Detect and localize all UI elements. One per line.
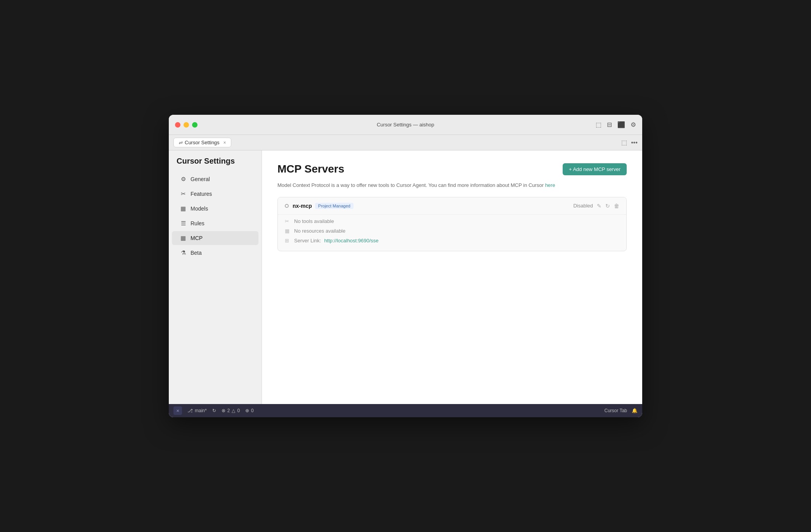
server-card: nx-mcp Project Managed Disabled ✎ ↻ 🗑 ✂ …: [277, 197, 627, 251]
disabled-label: Disabled: [573, 203, 593, 209]
sidebar: Cursor Settings ⚙ General ✂ Features ▦ M…: [169, 150, 262, 404]
resources-row: ▦ No resources available: [285, 226, 619, 236]
refresh-icon[interactable]: ↻: [605, 203, 610, 209]
error-count: 2: [227, 408, 230, 413]
features-icon: ✂: [180, 190, 187, 197]
sidebar-item-label: Features: [191, 191, 212, 197]
edit-icon[interactable]: ✎: [597, 203, 601, 209]
tabbar: ⇌ Cursor Settings × ⬚ •••: [169, 135, 642, 150]
minimize-button[interactable]: [184, 122, 189, 128]
tab-icon: ⇌: [178, 140, 182, 145]
traffic-lights: [175, 122, 198, 128]
sync-item[interactable]: ↻: [212, 408, 216, 413]
branch-icon: ⎇: [187, 408, 193, 413]
statusbar: ✕ ⎇ main* ↻ ⊗ 2 △ 0 ⊕ 0 Cursor Tab 🔔: [169, 404, 642, 417]
server-controls: Disabled ✎ ↻ 🗑: [573, 203, 619, 209]
server-badge: Project Managed: [315, 203, 354, 209]
ai-count: 0: [251, 408, 254, 413]
cursor-settings-tab[interactable]: ⇌ Cursor Settings ×: [173, 138, 231, 147]
server-name: nx-mcp: [293, 203, 312, 209]
gear-icon[interactable]: ⚙: [631, 121, 636, 128]
more-icon[interactable]: •••: [631, 139, 638, 146]
models-icon: ▦: [180, 205, 187, 212]
tab-close-button[interactable]: ×: [224, 140, 226, 145]
branch-item[interactable]: ⎇ main*: [187, 408, 207, 413]
main-layout: Cursor Settings ⚙ General ✂ Features ▦ M…: [169, 150, 642, 404]
warning-icon: △: [232, 408, 235, 413]
server-link-row: ⊞ Server Link: http://localhost:9690/sse: [285, 236, 619, 245]
delete-icon[interactable]: 🗑: [614, 203, 619, 209]
rules-icon: ☰: [180, 220, 187, 227]
resources-label: No resources available: [294, 228, 345, 234]
errors-item[interactable]: ⊗ 2 △ 0: [222, 408, 240, 413]
add-mcp-server-button[interactable]: + Add new MCP server: [563, 163, 627, 175]
sidebar-item-beta[interactable]: ⚗ Beta: [172, 246, 258, 260]
ai-item[interactable]: ⊕ 0: [245, 408, 254, 413]
sidebar-item-features[interactable]: ✂ Features: [172, 187, 258, 201]
resources-icon: ▦: [285, 228, 291, 234]
titlebar-controls: ⬚ ⊟ ⬛ ⚙: [596, 121, 636, 128]
cursor-tab-label: Cursor Tab: [605, 408, 627, 413]
ai-icon: ⊕: [245, 408, 249, 413]
sidebar-item-label: MCP: [191, 235, 203, 241]
beta-icon: ⚗: [180, 249, 187, 256]
server-header: nx-mcp Project Managed Disabled ✎ ↻ 🗑: [278, 197, 626, 214]
description-body: Model Context Protocol is a way to offer…: [277, 182, 544, 188]
mcp-icon: ▦: [180, 235, 187, 242]
sidebar-item-general[interactable]: ⚙ General: [172, 172, 258, 186]
tools-row: ✂ No tools available: [285, 216, 619, 226]
tabbar-right: ⬚ •••: [621, 139, 638, 146]
sidebar-item-label: Beta: [191, 250, 202, 256]
layout3-icon[interactable]: ⬛: [617, 121, 625, 128]
app-window: Cursor Settings — aishop ⬚ ⊟ ⬛ ⚙ ⇌ Curso…: [169, 115, 642, 417]
sidebar-item-label: Rules: [191, 220, 204, 226]
error-icon: ⊗: [222, 408, 225, 413]
tools-label: No tools available: [294, 218, 334, 224]
general-icon: ⚙: [180, 176, 187, 183]
window-title: Cursor Settings — aishop: [377, 122, 434, 128]
sidebar-item-models[interactable]: ▦ Models: [172, 202, 258, 216]
maximize-button[interactable]: [192, 122, 198, 128]
layout1-icon[interactable]: ⬚: [596, 121, 601, 128]
split-editor-icon[interactable]: ⬚: [621, 139, 627, 146]
content-header: MCP Servers + Add new MCP server: [277, 163, 627, 175]
sync-icon: ↻: [212, 408, 216, 413]
description-text: Model Context Protocol is a way to offer…: [277, 181, 627, 189]
warning-count: 0: [237, 408, 240, 413]
sidebar-item-label: General: [191, 176, 210, 182]
cursor-logo: ✕: [176, 409, 179, 413]
branch-name: main*: [195, 408, 207, 413]
notification-bell-icon[interactable]: 🔔: [632, 408, 638, 413]
close-button[interactable]: [175, 122, 180, 128]
link-icon: ⊞: [285, 238, 291, 244]
server-body: ✂ No tools available ▦ No resources avai…: [278, 214, 626, 251]
sidebar-title: Cursor Settings: [169, 157, 262, 172]
sidebar-item-mcp[interactable]: ▦ MCP: [172, 231, 258, 245]
tools-icon: ✂: [285, 218, 291, 224]
cursor-icon[interactable]: ✕: [173, 406, 182, 415]
page-title: MCP Servers: [277, 163, 344, 175]
titlebar: Cursor Settings — aishop ⬚ ⊟ ⬛ ⚙: [169, 115, 642, 135]
content-area: MCP Servers + Add new MCP server Model C…: [262, 150, 642, 404]
description-link[interactable]: here: [545, 182, 555, 188]
sidebar-item-label: Models: [191, 206, 208, 212]
tab-label: Cursor Settings: [185, 140, 220, 145]
server-link-url[interactable]: http://localhost:9690/sse: [324, 238, 378, 244]
layout2-icon[interactable]: ⊟: [607, 121, 612, 128]
server-link-label: Server Link:: [294, 238, 321, 244]
statusbar-right: Cursor Tab 🔔: [605, 408, 638, 413]
server-status-dot: [285, 204, 289, 208]
sidebar-item-rules[interactable]: ☰ Rules: [172, 216, 258, 230]
